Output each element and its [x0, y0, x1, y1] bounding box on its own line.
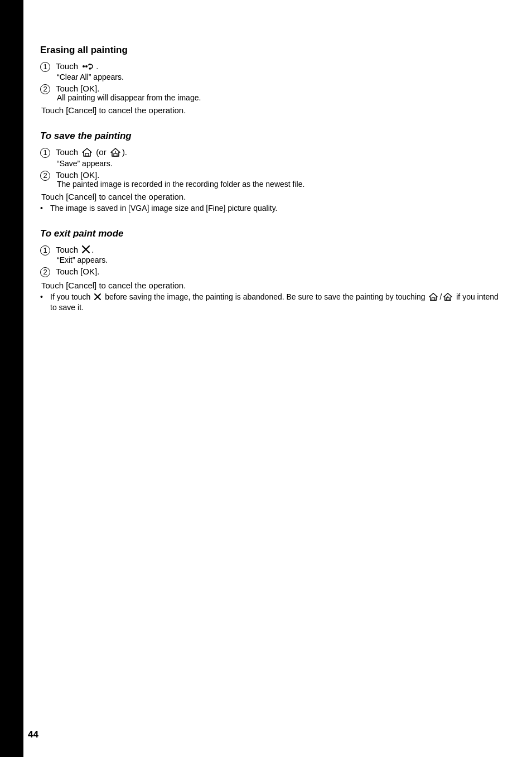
- exit-title: To exit paint mode: [40, 228, 499, 239]
- save-step-1: 1 Touch (or: [40, 147, 499, 168]
- exit-section: To exit paint mode 1 Touch . “Exit” appe…: [40, 228, 499, 312]
- exit-x-icon: [81, 245, 90, 255]
- exit-step2-text: Touch [OK].: [56, 267, 99, 276]
- step-circle-2: 2: [40, 84, 50, 94]
- exit-step-2: 2 Touch [OK].: [40, 267, 499, 277]
- save-step-2: 2 Touch [OK]. The painted image is recor…: [40, 170, 499, 189]
- exit-bullet-x-icon: [94, 293, 101, 302]
- page-number: 44: [28, 729, 38, 740]
- erase-step1-sub: “Clear All” appears.: [57, 73, 499, 81]
- save-icon: [81, 147, 93, 159]
- save-icon-alt: [110, 147, 121, 159]
- exit-bullet-save-icon2: [443, 292, 453, 303]
- clear-all-icon: [81, 62, 95, 73]
- save-bullet-text: The image is saved in [VGA] image size a…: [50, 204, 278, 213]
- erase-step2-text: Touch [OK].: [56, 84, 99, 93]
- svg-line-2: [88, 64, 89, 65]
- erase-note: Touch [Cancel] to cancel the operation.: [41, 105, 499, 115]
- erase-step2-sub: All painting will disappear from the ima…: [57, 93, 499, 102]
- exit-circle-1: 1: [40, 245, 50, 255]
- svg-point-1: [85, 65, 88, 67]
- exit-step1-sub: “Exit” appears.: [57, 255, 499, 264]
- svg-rect-11: [432, 298, 435, 300]
- save-step2-text: Touch [OK].: [56, 170, 99, 180]
- save-circle-2: 2: [40, 171, 50, 181]
- step-circle-1: 1: [40, 62, 50, 72]
- exit-step-1: 1 Touch . “Exit” appears.: [40, 245, 499, 265]
- save-step1-text: Touch (or: [56, 147, 127, 157]
- save-step2-sub: The painted image is recorded in the rec…: [57, 180, 499, 189]
- save-title: To save the painting: [40, 131, 499, 142]
- erasing-title: Erasing all painting: [40, 45, 499, 56]
- exit-step1-text: Touch .: [56, 245, 94, 254]
- black-sidebar: [0, 0, 23, 757]
- save-circle-1: 1: [40, 148, 50, 158]
- svg-rect-12: [447, 298, 449, 300]
- svg-point-0: [83, 65, 85, 67]
- save-bullet: • The image is saved in [VGA] image size…: [40, 204, 499, 213]
- exit-bullet-save-icon: [428, 292, 438, 303]
- erase-step-1: 1 Touch . “Clear All: [40, 61, 499, 81]
- save-step1-sub: “Save” appears.: [57, 159, 499, 168]
- save-note: Touch [Cancel] to cancel the operation.: [41, 192, 499, 201]
- exit-bullet-text: If you touch before saving the image, th…: [50, 292, 499, 312]
- save-section: To save the painting 1 Touch (or: [40, 131, 499, 213]
- erasing-section: Erasing all painting 1 Touch: [40, 45, 499, 115]
- exit-circle-2: 2: [40, 267, 50, 277]
- exit-note: Touch [Cancel] to cancel the operation.: [41, 281, 499, 290]
- erase-step1-text: Touch .: [56, 61, 98, 71]
- exit-bullet: • If you touch before saving the image, …: [40, 292, 499, 312]
- erase-step-2: 2 Touch [OK]. All painting will disappea…: [40, 84, 499, 102]
